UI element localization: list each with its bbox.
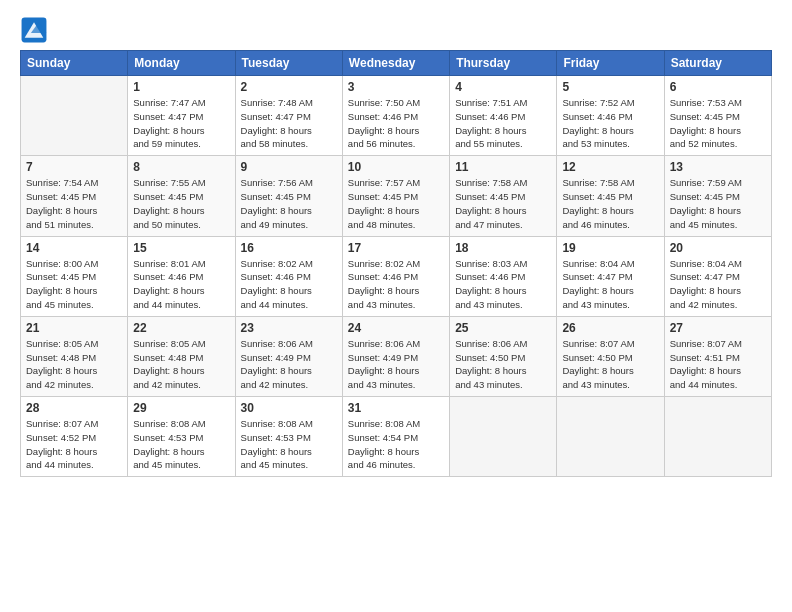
calendar-cell: 19 Sunrise: 8:04 AMSunset: 4:47 PMDaylig… — [557, 236, 664, 316]
calendar-cell: 2 Sunrise: 7:48 AMSunset: 4:47 PMDayligh… — [235, 76, 342, 156]
day-number: 28 — [26, 401, 122, 415]
day-info: Sunrise: 8:04 AMSunset: 4:47 PMDaylight:… — [670, 258, 742, 310]
day-info: Sunrise: 7:58 AMSunset: 4:45 PMDaylight:… — [562, 177, 634, 229]
day-info: Sunrise: 7:47 AMSunset: 4:47 PMDaylight:… — [133, 97, 205, 149]
day-info: Sunrise: 7:57 AMSunset: 4:45 PMDaylight:… — [348, 177, 420, 229]
calendar-cell: 5 Sunrise: 7:52 AMSunset: 4:46 PMDayligh… — [557, 76, 664, 156]
day-number: 10 — [348, 160, 444, 174]
weekday-header-row: SundayMondayTuesdayWednesdayThursdayFrid… — [21, 51, 772, 76]
day-info: Sunrise: 8:02 AMSunset: 4:46 PMDaylight:… — [241, 258, 313, 310]
calendar-cell: 30 Sunrise: 8:08 AMSunset: 4:53 PMDaylig… — [235, 397, 342, 477]
calendar-cell: 6 Sunrise: 7:53 AMSunset: 4:45 PMDayligh… — [664, 76, 771, 156]
day-number: 16 — [241, 241, 337, 255]
day-number: 19 — [562, 241, 658, 255]
weekday-header-sunday: Sunday — [21, 51, 128, 76]
day-info: Sunrise: 8:07 AMSunset: 4:51 PMDaylight:… — [670, 338, 742, 390]
day-info: Sunrise: 7:56 AMSunset: 4:45 PMDaylight:… — [241, 177, 313, 229]
day-number: 22 — [133, 321, 229, 335]
day-info: Sunrise: 8:03 AMSunset: 4:46 PMDaylight:… — [455, 258, 527, 310]
calendar-cell: 18 Sunrise: 8:03 AMSunset: 4:46 PMDaylig… — [450, 236, 557, 316]
logo — [20, 16, 54, 44]
day-number: 26 — [562, 321, 658, 335]
calendar-cell: 13 Sunrise: 7:59 AMSunset: 4:45 PMDaylig… — [664, 156, 771, 236]
day-number: 20 — [670, 241, 766, 255]
weekday-header-monday: Monday — [128, 51, 235, 76]
weekday-header-friday: Friday — [557, 51, 664, 76]
day-info: Sunrise: 8:07 AMSunset: 4:52 PMDaylight:… — [26, 418, 98, 470]
day-number: 23 — [241, 321, 337, 335]
day-number: 29 — [133, 401, 229, 415]
calendar-cell — [21, 76, 128, 156]
day-info: Sunrise: 7:59 AMSunset: 4:45 PMDaylight:… — [670, 177, 742, 229]
calendar-cell: 8 Sunrise: 7:55 AMSunset: 4:45 PMDayligh… — [128, 156, 235, 236]
calendar-cell: 3 Sunrise: 7:50 AMSunset: 4:46 PMDayligh… — [342, 76, 449, 156]
day-info: Sunrise: 8:02 AMSunset: 4:46 PMDaylight:… — [348, 258, 420, 310]
day-number: 18 — [455, 241, 551, 255]
day-number: 27 — [670, 321, 766, 335]
day-info: Sunrise: 8:00 AMSunset: 4:45 PMDaylight:… — [26, 258, 98, 310]
day-number: 6 — [670, 80, 766, 94]
calendar-cell: 22 Sunrise: 8:05 AMSunset: 4:48 PMDaylig… — [128, 316, 235, 396]
calendar-cell: 26 Sunrise: 8:07 AMSunset: 4:50 PMDaylig… — [557, 316, 664, 396]
day-number: 3 — [348, 80, 444, 94]
day-info: Sunrise: 8:08 AMSunset: 4:54 PMDaylight:… — [348, 418, 420, 470]
calendar-cell: 4 Sunrise: 7:51 AMSunset: 4:46 PMDayligh… — [450, 76, 557, 156]
week-row-2: 14 Sunrise: 8:00 AMSunset: 4:45 PMDaylig… — [21, 236, 772, 316]
calendar-cell: 7 Sunrise: 7:54 AMSunset: 4:45 PMDayligh… — [21, 156, 128, 236]
day-number: 31 — [348, 401, 444, 415]
day-number: 15 — [133, 241, 229, 255]
day-info: Sunrise: 8:04 AMSunset: 4:47 PMDaylight:… — [562, 258, 634, 310]
calendar-cell: 11 Sunrise: 7:58 AMSunset: 4:45 PMDaylig… — [450, 156, 557, 236]
calendar-cell: 31 Sunrise: 8:08 AMSunset: 4:54 PMDaylig… — [342, 397, 449, 477]
calendar-cell: 29 Sunrise: 8:08 AMSunset: 4:53 PMDaylig… — [128, 397, 235, 477]
day-number: 11 — [455, 160, 551, 174]
day-info: Sunrise: 8:08 AMSunset: 4:53 PMDaylight:… — [241, 418, 313, 470]
day-info: Sunrise: 7:48 AMSunset: 4:47 PMDaylight:… — [241, 97, 313, 149]
day-info: Sunrise: 8:05 AMSunset: 4:48 PMDaylight:… — [26, 338, 98, 390]
day-info: Sunrise: 8:08 AMSunset: 4:53 PMDaylight:… — [133, 418, 205, 470]
day-info: Sunrise: 7:52 AMSunset: 4:46 PMDaylight:… — [562, 97, 634, 149]
weekday-header-thursday: Thursday — [450, 51, 557, 76]
calendar-cell: 28 Sunrise: 8:07 AMSunset: 4:52 PMDaylig… — [21, 397, 128, 477]
calendar-cell: 17 Sunrise: 8:02 AMSunset: 4:46 PMDaylig… — [342, 236, 449, 316]
day-info: Sunrise: 7:50 AMSunset: 4:46 PMDaylight:… — [348, 97, 420, 149]
day-number: 8 — [133, 160, 229, 174]
day-number: 13 — [670, 160, 766, 174]
day-info: Sunrise: 7:58 AMSunset: 4:45 PMDaylight:… — [455, 177, 527, 229]
day-number: 7 — [26, 160, 122, 174]
day-info: Sunrise: 8:01 AMSunset: 4:46 PMDaylight:… — [133, 258, 205, 310]
day-info: Sunrise: 7:53 AMSunset: 4:45 PMDaylight:… — [670, 97, 742, 149]
calendar-cell: 25 Sunrise: 8:06 AMSunset: 4:50 PMDaylig… — [450, 316, 557, 396]
day-number: 24 — [348, 321, 444, 335]
calendar-cell: 14 Sunrise: 8:00 AMSunset: 4:45 PMDaylig… — [21, 236, 128, 316]
week-row-4: 28 Sunrise: 8:07 AMSunset: 4:52 PMDaylig… — [21, 397, 772, 477]
page: SundayMondayTuesdayWednesdayThursdayFrid… — [0, 0, 792, 487]
calendar-cell — [557, 397, 664, 477]
week-row-3: 21 Sunrise: 8:05 AMSunset: 4:48 PMDaylig… — [21, 316, 772, 396]
calendar-cell — [450, 397, 557, 477]
calendar-cell: 23 Sunrise: 8:06 AMSunset: 4:49 PMDaylig… — [235, 316, 342, 396]
day-info: Sunrise: 8:06 AMSunset: 4:49 PMDaylight:… — [241, 338, 313, 390]
calendar-cell: 1 Sunrise: 7:47 AMSunset: 4:47 PMDayligh… — [128, 76, 235, 156]
day-number: 25 — [455, 321, 551, 335]
weekday-header-tuesday: Tuesday — [235, 51, 342, 76]
day-number: 14 — [26, 241, 122, 255]
day-info: Sunrise: 7:55 AMSunset: 4:45 PMDaylight:… — [133, 177, 205, 229]
day-info: Sunrise: 8:06 AMSunset: 4:49 PMDaylight:… — [348, 338, 420, 390]
day-number: 30 — [241, 401, 337, 415]
day-info: Sunrise: 8:06 AMSunset: 4:50 PMDaylight:… — [455, 338, 527, 390]
day-info: Sunrise: 7:54 AMSunset: 4:45 PMDaylight:… — [26, 177, 98, 229]
calendar-cell: 10 Sunrise: 7:57 AMSunset: 4:45 PMDaylig… — [342, 156, 449, 236]
calendar-cell: 21 Sunrise: 8:05 AMSunset: 4:48 PMDaylig… — [21, 316, 128, 396]
calendar-cell: 16 Sunrise: 8:02 AMSunset: 4:46 PMDaylig… — [235, 236, 342, 316]
day-number: 4 — [455, 80, 551, 94]
day-number: 1 — [133, 80, 229, 94]
calendar-cell — [664, 397, 771, 477]
day-number: 5 — [562, 80, 658, 94]
day-info: Sunrise: 8:07 AMSunset: 4:50 PMDaylight:… — [562, 338, 634, 390]
day-number: 17 — [348, 241, 444, 255]
day-number: 2 — [241, 80, 337, 94]
day-info: Sunrise: 8:05 AMSunset: 4:48 PMDaylight:… — [133, 338, 205, 390]
weekday-header-saturday: Saturday — [664, 51, 771, 76]
weekday-header-wednesday: Wednesday — [342, 51, 449, 76]
